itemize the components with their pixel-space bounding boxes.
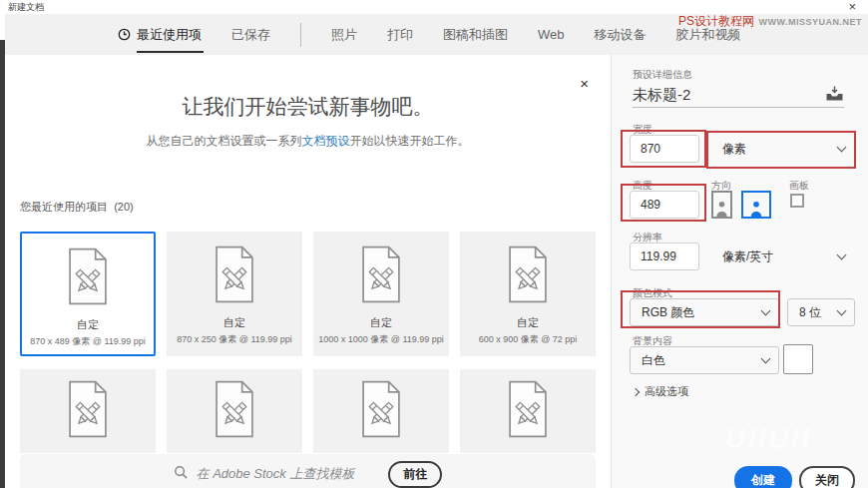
- preset-details-panel: 预设详细信息 未标题-2 宽度 像素 高度 方向 画板 分辨率 像素/英寸 颜色…: [611, 55, 868, 488]
- advanced-options-label: 高级选项: [645, 384, 688, 399]
- preset-card-spec: 870 x 250 像素 @ 119.99 ppi: [177, 333, 292, 346]
- preset-card[interactable]: [20, 369, 156, 453]
- document-icon: [64, 380, 112, 442]
- subtitle-text: 开始以快速开始工作。: [350, 134, 470, 148]
- orientation-portrait-button[interactable]: [711, 191, 732, 219]
- site-watermark: PS设计教程网 WWW.MISSYUAN.NET: [678, 11, 862, 30]
- color-mode-dropdown[interactable]: RGB 颜色: [630, 298, 779, 326]
- width-input[interactable]: [630, 135, 699, 163]
- tab-label: 移动设备: [595, 26, 647, 44]
- save-preset-icon[interactable]: [825, 86, 844, 105]
- preset-card-spec: 1000 x 1000 像素 @ 119.99 ppi: [318, 333, 444, 346]
- clock-icon: [118, 28, 131, 41]
- chevron-down-icon: [837, 142, 847, 152]
- banner-close-icon[interactable]: ×: [580, 75, 589, 92]
- banner-headline: 让我们开始尝试新事物吧。: [5, 93, 611, 121]
- document-icon: [357, 245, 405, 307]
- adobe-stock-search-bar: 在 Adobe Stock 上查找模板 前往: [20, 454, 596, 488]
- chevron-down-icon: [837, 305, 847, 315]
- preset-card[interactable]: [460, 369, 596, 453]
- stock-search-placeholder: 在 Adobe Stock 上查找模板: [197, 465, 355, 483]
- document-name[interactable]: 未标题-2: [633, 86, 690, 105]
- tab-divider: [300, 23, 301, 47]
- close-button[interactable]: 关闭: [799, 466, 855, 488]
- tab-label: Web: [538, 27, 565, 42]
- preset-card-title: 自定: [223, 315, 245, 330]
- banner-subtitle: 从您自己的文档设置或一系列文档预设开始以快速开始工作。: [5, 133, 611, 150]
- background-dropdown[interactable]: 白色: [630, 346, 779, 374]
- document-name-field[interactable]: 未标题-2: [633, 83, 844, 108]
- tab-saved[interactable]: 已保存: [231, 14, 270, 55]
- watermark-site-name: PS设计教程网: [678, 14, 754, 28]
- tab-label: 照片: [331, 26, 357, 44]
- width-unit-dropdown[interactable]: 像素: [711, 135, 854, 163]
- background-color-swatch[interactable]: [783, 344, 813, 374]
- preset-card-868x488[interactable]: 自定 868 x 488 像素 @ 119.99 ppi: [20, 232, 156, 356]
- preset-card-600x900[interactable]: 自定 600 x 900 像素 @ 72 ppi: [460, 232, 596, 356]
- width-unit-value: 像素: [722, 141, 746, 158]
- preset-card-title: 自定: [517, 315, 539, 330]
- tab-web[interactable]: Web: [538, 14, 565, 55]
- document-icon: [64, 247, 112, 309]
- preset-card-spec: 600 x 900 像素 @ 72 ppi: [479, 333, 578, 346]
- tab-label: 最近使用项: [137, 26, 202, 44]
- create-button[interactable]: 创建: [734, 466, 792, 488]
- preset-card-title: 自定: [77, 317, 99, 332]
- tab-label: 打印: [387, 26, 413, 44]
- resolution-input[interactable]: [630, 243, 699, 270]
- recent-presets-row-2: [20, 369, 596, 453]
- height-input[interactable]: [630, 191, 699, 219]
- go-button[interactable]: 前往: [388, 461, 442, 488]
- document-icon: [357, 380, 405, 442]
- preset-card[interactable]: [313, 369, 449, 453]
- search-icon: [174, 465, 189, 484]
- color-mode-value: RGB 颜色: [642, 304, 694, 321]
- document-icon: [211, 245, 258, 307]
- document-icon: [504, 380, 552, 442]
- tab-recent[interactable]: 最近使用项: [118, 14, 202, 55]
- recent-items-label: 您最近使用的项目: [20, 201, 108, 213]
- tab-print[interactable]: 打印: [387, 14, 413, 55]
- artboard-checkbox[interactable]: [790, 194, 804, 208]
- bit-depth-dropdown[interactable]: 8 位: [787, 298, 855, 326]
- preset-card-title: 自定: [370, 315, 392, 330]
- panel-heading: 预设详细信息: [633, 68, 692, 82]
- chevron-down-icon: [837, 249, 847, 259]
- document-icon: [504, 245, 552, 307]
- chevron-down-icon: [761, 353, 771, 363]
- preset-card-spec: 868 x 488 像素 @ 119.99 ppi: [30, 335, 146, 348]
- advanced-options-toggle[interactable]: 高级选项: [633, 384, 688, 399]
- preset-card-870x250[interactable]: 自定 870 x 250 像素 @ 119.99 ppi: [167, 232, 302, 356]
- doc-presets-link[interactable]: 文档预设: [302, 134, 350, 148]
- tab-label: 已保存: [231, 26, 270, 44]
- chevron-down-icon: [761, 305, 771, 315]
- resolution-unit-value: 像素/英寸: [722, 248, 773, 265]
- tab-art-illustration[interactable]: 图稿和插图: [443, 14, 508, 55]
- tab-label: 图稿和插图: [443, 26, 508, 44]
- tab-mobile[interactable]: 移动设备: [595, 14, 647, 55]
- subtitle-text: 从您自己的文档设置或一系列: [147, 134, 302, 148]
- recent-items-count: (20): [114, 201, 134, 213]
- orientation-landscape-button[interactable]: [741, 191, 771, 219]
- stock-search-field[interactable]: 在 Adobe Stock 上查找模板: [174, 465, 355, 484]
- active-tab-underline: [137, 51, 204, 53]
- tab-photo[interactable]: 照片: [331, 14, 357, 55]
- background-value: 白色: [642, 352, 665, 369]
- bit-depth-value: 8 位: [799, 304, 821, 321]
- artboard-label: 画板: [789, 179, 809, 193]
- watermark-ghost: UIIUII: [725, 424, 812, 455]
- recent-presets-row-1: 自定 868 x 488 像素 @ 119.99 ppi 自定 870 x 25…: [20, 232, 596, 356]
- window-title: 新建文档: [8, 1, 44, 14]
- preset-card-1000x1000[interactable]: 自定 1000 x 1000 像素 @ 119.99 ppi: [313, 232, 449, 356]
- recent-items-heading: 您最近使用的项目 (20): [20, 200, 134, 215]
- recent-documents-pane: × 让我们开始尝试新事物吧。 从您自己的文档设置或一系列文档预设开始以快速开始工…: [5, 55, 611, 488]
- resolution-unit-dropdown[interactable]: 像素/英寸: [711, 243, 854, 270]
- preset-card[interactable]: [167, 369, 302, 453]
- watermark-url: WWW.MISSYUAN.NET: [759, 17, 863, 27]
- document-icon: [211, 380, 258, 442]
- chevron-right-icon: [632, 387, 640, 395]
